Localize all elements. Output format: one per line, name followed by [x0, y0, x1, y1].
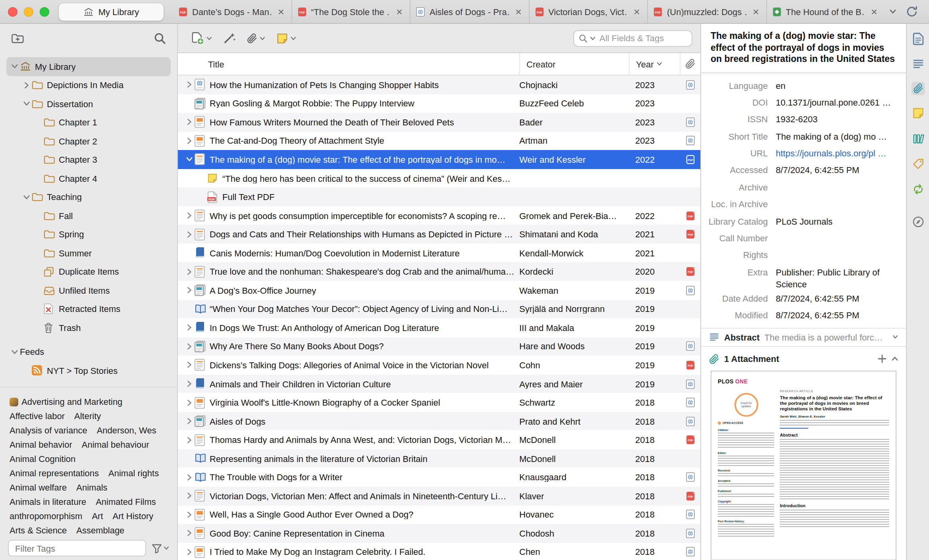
- column-header-year[interactable]: Year: [629, 53, 680, 75]
- item-row[interactable]: The Trouble with Dogs for a WriterKnausg…: [178, 468, 700, 487]
- sidebar-item[interactable]: Unfiled Items: [6, 281, 171, 300]
- item-row[interactable]: Virginia Woolf's Little-Known Biography …: [178, 393, 700, 412]
- new-item-button[interactable]: [186, 28, 217, 48]
- tag[interactable]: Analysis of variance: [10, 425, 87, 435]
- tags-icon[interactable]: [910, 156, 925, 171]
- tab-overflow-chevron-icon[interactable]: [885, 6, 901, 17]
- item-row[interactable]: How the Humanization of Pets Is Changing…: [178, 75, 700, 94]
- twisty-closed-icon[interactable]: [184, 530, 195, 537]
- reader-tab[interactable]: PDF“The Dog Stole the …: [291, 0, 410, 23]
- field-row[interactable]: URLhttps://journals.plos.org/pl …: [701, 145, 900, 162]
- item-row[interactable]: A Dog’s Box-Office JourneyWakeman2019: [178, 281, 700, 300]
- twisty-open-icon[interactable]: [10, 63, 20, 70]
- locate-icon[interactable]: [910, 214, 925, 229]
- sidebar-item[interactable]: Dissertation: [6, 94, 171, 113]
- sync-icon[interactable]: [901, 3, 923, 20]
- collection-search-button[interactable]: [154, 32, 166, 44]
- info-icon[interactable]: [910, 31, 925, 47]
- field-row[interactable]: Rights: [701, 247, 900, 264]
- sidebar-item[interactable]: NYT > Top Stories: [6, 361, 171, 380]
- item-row[interactable]: Good Boy: Canine Representation in Cinem…: [178, 524, 700, 543]
- tag[interactable]: Animals: [76, 482, 107, 493]
- tab-close-icon[interactable]: [276, 7, 285, 16]
- tab-close-icon[interactable]: [869, 7, 879, 16]
- item-row[interactable]: Dogs and Cats and Their Relationships wi…: [178, 225, 700, 244]
- item-row[interactable]: How Famous Writers Mourned the Death of …: [178, 113, 700, 131]
- sidebar-item[interactable]: Duplicate Items: [6, 262, 171, 281]
- zoom-window-button[interactable]: [40, 7, 49, 16]
- tab-close-icon[interactable]: [395, 7, 404, 16]
- twisty-closed-icon[interactable]: [184, 268, 195, 275]
- field-row[interactable]: Call Number: [701, 230, 900, 247]
- column-header-title[interactable]: Title: [178, 53, 519, 75]
- tab-close-icon[interactable]: [632, 7, 642, 16]
- sidebar-item[interactable]: Teaching: [6, 188, 171, 206]
- tag[interactable]: Assemblage: [76, 525, 124, 535]
- tag[interactable]: Alterity: [74, 411, 101, 421]
- sidebar-item[interactable]: Depictions In Media: [6, 76, 171, 94]
- field-value[interactable]: https://journals.plos.org/pl …: [776, 148, 900, 160]
- attachment-preview[interactable]: PLOS ONE Check for updates OPEN ACCESS: [711, 370, 896, 560]
- column-header-attachment[interactable]: [680, 53, 700, 75]
- twisty-open-icon[interactable]: [21, 100, 32, 108]
- twisty-closed-icon[interactable]: [21, 82, 32, 89]
- field-row[interactable]: Loc. in Archive: [701, 196, 900, 213]
- twisty-closed-icon[interactable]: [184, 418, 195, 425]
- item-row[interactable]: Why is pet goods consumption imperceptib…: [178, 206, 700, 225]
- search-icon[interactable]: [579, 34, 588, 42]
- item-row[interactable]: PDFFull Text PDF: [178, 188, 700, 206]
- twisty-closed-icon[interactable]: [184, 212, 195, 219]
- twisty-closed-icon[interactable]: [184, 380, 195, 387]
- twisty-closed-icon[interactable]: [184, 436, 195, 443]
- twisty-closed-icon[interactable]: [184, 343, 195, 350]
- item-row[interactable]: Canis Modernis: Human/Dog Coevolution in…: [178, 244, 700, 262]
- sidebar-item[interactable]: Chapter 2: [6, 132, 171, 150]
- attachments-icon[interactable]: [911, 82, 925, 95]
- field-row[interactable]: Languageen: [701, 77, 900, 94]
- twisty-closed-icon[interactable]: [184, 137, 195, 144]
- tag[interactable]: Animated Films: [96, 496, 156, 507]
- field-row[interactable]: DOI10.1371/journal.pone.0261 …: [701, 94, 900, 112]
- items-search-input[interactable]: [598, 33, 687, 44]
- tag[interactable]: Affective labor: [10, 411, 65, 421]
- tag[interactable]: Advertising and Marketing: [10, 396, 122, 407]
- tag[interactable]: Art: [92, 511, 103, 521]
- tag-options-button[interactable]: [152, 543, 169, 553]
- add-collection-button[interactable]: [11, 33, 24, 43]
- twisty-closed-icon[interactable]: [184, 119, 195, 126]
- tag[interactable]: Anderson, Wes: [97, 425, 156, 435]
- field-row[interactable]: Short TitleThe making of a (dog) mo …: [701, 128, 900, 145]
- column-header-creator[interactable]: Creator: [519, 53, 629, 75]
- sidebar-item[interactable]: Chapter 4: [6, 169, 171, 188]
- twisty-open-icon[interactable]: [10, 348, 20, 356]
- item-row[interactable]: The making of a (dog) movie star: The ef…: [178, 150, 700, 169]
- notes-icon[interactable]: [910, 106, 925, 121]
- item-row[interactable]: True love and the nonhuman: Shakespeare'…: [178, 262, 700, 281]
- item-row[interactable]: Aisles of DogsPrato and Kehrt2018: [178, 412, 700, 431]
- item-row[interactable]: Animals and Their Children in Victorian …: [178, 375, 700, 393]
- item-row[interactable]: Victorian Dogs, Victorian Men: Affect an…: [178, 487, 700, 505]
- add-by-identifier-button[interactable]: [218, 29, 241, 48]
- abstract-section[interactable]: Abstract The media is a powerful forc…: [701, 327, 906, 346]
- tag[interactable]: Art History: [113, 511, 154, 521]
- related-icon[interactable]: [910, 182, 925, 197]
- item-row[interactable]: The Cat-and-Dog Theory of Attachment Sty…: [178, 131, 700, 150]
- field-row[interactable]: ISSN1932-6203: [701, 112, 900, 129]
- chevron-down-icon[interactable]: [892, 335, 898, 339]
- tab-my-library[interactable]: My Library: [59, 3, 164, 20]
- twisty-open-icon[interactable]: [184, 156, 195, 163]
- twisty-closed-icon[interactable]: [184, 511, 195, 518]
- item-row[interactable]: “The dog hero has been critical to the s…: [178, 169, 700, 187]
- twisty-closed-icon[interactable]: [184, 474, 195, 481]
- twisty-closed-icon[interactable]: [184, 81, 195, 89]
- twisty-closed-icon[interactable]: [184, 231, 195, 238]
- tag[interactable]: Animals in literature: [10, 496, 86, 507]
- tab-close-icon[interactable]: [751, 7, 760, 16]
- reader-tab[interactable]: PDFDante’s Dogs - Man…: [173, 0, 291, 23]
- item-row[interactable]: Well, Has a Single Good Author Ever Owne…: [178, 505, 700, 524]
- close-window-button[interactable]: [8, 7, 17, 16]
- field-row[interactable]: Date Added8/7/2024, 6:42:55 PM: [701, 291, 900, 308]
- new-note-button[interactable]: [272, 29, 301, 47]
- collapse-section-chevron-icon[interactable]: [892, 356, 898, 361]
- item-row[interactable]: Dickens's Talking Dogs: Allegories of An…: [178, 356, 700, 374]
